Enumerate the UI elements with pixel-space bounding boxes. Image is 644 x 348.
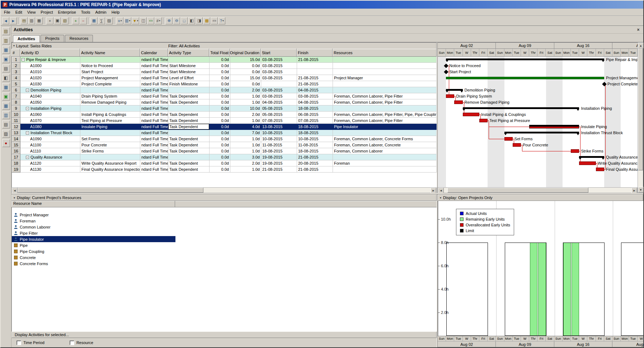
table-hscrollbar[interactable]: ◄ ► [11, 187, 437, 193]
task-bar[interactable] [596, 168, 604, 171]
column-header-activity-id[interactable]: Activity ID [20, 49, 80, 57]
group-row[interactable]: 9−Installation Pipingndard Full Time0.0d… [12, 105, 437, 112]
print-icon[interactable]: ▥ [28, 17, 35, 24]
menu-file[interactable]: File [1, 9, 13, 15]
column-header-activity-name[interactable]: Activity Name [80, 49, 140, 57]
task-bar[interactable] [446, 94, 454, 98]
vertical-split-icon[interactable]: ◨ [196, 17, 203, 24]
group-row[interactable]: 13−Installation Thrust Blockndard Full T… [12, 130, 437, 136]
task-bar[interactable] [571, 149, 579, 153]
zoom-fit-icon[interactable]: □ [180, 17, 188, 24]
gantt-vscrollbar[interactable]: ▲ ▼ [638, 42, 643, 193]
scroll-up-button[interactable]: ▲ [638, 43, 644, 48]
back-icon[interactable]: ◄ [2, 17, 9, 24]
scroll-down-button[interactable]: ▼ [638, 187, 644, 193]
schedule-icon[interactable]: ▦ [90, 17, 98, 24]
group-row[interactable]: 6−Demolition Pipingndard Full Time0.0d2.… [12, 87, 437, 93]
group-row[interactable]: 17−Quality Assurancendard Full Time0.0d3… [12, 154, 437, 160]
menu-help[interactable]: Help [109, 9, 122, 15]
collapse-icon[interactable]: − [26, 131, 29, 135]
expenses-view-icon[interactable]: ▥ [2, 111, 10, 119]
horizontal-split-icon[interactable]: ◧ [188, 17, 195, 24]
scroll-thumb[interactable] [18, 188, 203, 193]
scroll-thumb[interactable] [638, 48, 643, 170]
scroll-right-button[interactable]: ► [631, 188, 637, 193]
print-preview-icon[interactable]: ▦ [36, 17, 43, 24]
activity-row[interactable]: 2A1000Notice to Proceedndard Full TimeSt… [12, 63, 437, 69]
add-activity-icon[interactable]: + [72, 17, 79, 24]
activity-row[interactable]: 18A1120Write Quality Assurance Reportnda… [12, 160, 437, 166]
activity-row[interactable]: 19A1130Final Quality Assurance Inspectio… [12, 166, 437, 173]
column-header-total-float[interactable]: Total Float [209, 49, 230, 57]
collapse-icon[interactable]: − [26, 89, 29, 92]
summary-bar[interactable] [446, 58, 604, 60]
menu-project[interactable]: Project [38, 9, 55, 15]
copy-icon[interactable]: ▣ [54, 17, 61, 24]
resource-row[interactable]: Concrete Forms [12, 260, 175, 267]
help-icon[interactable]: ?▾ [218, 17, 225, 24]
risks-view-icon[interactable]: ● [2, 139, 10, 147]
summary-bar[interactable] [463, 107, 579, 109]
resource-name-column[interactable]: Resource Name [11, 201, 175, 207]
checkbox[interactable] [70, 340, 74, 345]
task-bar[interactable] [479, 119, 488, 122]
resource-row[interactable]: Pipe Fitter [12, 230, 175, 236]
filter-icon[interactable]: ▼▾ [132, 17, 139, 24]
menu-enterprise[interactable]: Enterprise [56, 9, 79, 15]
level-of-effort-bar[interactable] [446, 77, 604, 79]
thresholds-view-icon[interactable]: ▤ [2, 121, 10, 128]
reports-view-icon[interactable]: ▤ [2, 65, 10, 72]
checkbox[interactable] [17, 340, 21, 345]
scroll-right-button[interactable]: ► [431, 188, 436, 193]
issues-view-icon[interactable]: ▨ [2, 130, 10, 138]
task-bar[interactable] [513, 143, 521, 147]
column-header-resources[interactable]: Resources [333, 49, 437, 57]
wbs-view-icon[interactable]: ▦ [2, 83, 10, 91]
summary-bar[interactable] [446, 89, 462, 91]
collapse-icon[interactable]: − [26, 156, 29, 159]
column-header-num[interactable]: # [11, 49, 20, 57]
tab-resources[interactable]: Resources [65, 35, 93, 42]
activity-row[interactable]: 15A1100Pour Concretendard Full TimeTask … [12, 142, 437, 148]
task-bar[interactable] [579, 161, 596, 165]
assignments-view-icon[interactable]: ▦ [2, 102, 10, 110]
activities-view-icon[interactable]: ▣ [2, 93, 10, 100]
activity-row[interactable]: 8A1050Remove Damaged Pipingndard Full Ti… [12, 99, 437, 105]
zoom-in-icon[interactable]: ⊕ [165, 17, 173, 24]
column-header-activity-type[interactable]: Activity Type [168, 49, 209, 57]
activity-row[interactable]: 14A1090Set Formsndard Full TimeTask Depe… [12, 136, 437, 142]
group-sort-icon[interactable]: ≡▾ [116, 17, 123, 24]
projects-view-icon[interactable]: ▦ [2, 46, 10, 54]
spotlight-icon[interactable]: ▩ [203, 17, 210, 24]
scroll-thumb[interactable] [447, 188, 588, 193]
column-header-calendar[interactable]: Calendar [140, 49, 168, 57]
column-header-original-duration[interactable]: Original Duration [230, 49, 261, 57]
timescale-icon[interactable]: ◫ [140, 17, 147, 24]
summarize-icon[interactable]: ∑ [98, 17, 105, 24]
activity-row[interactable]: 3A1010Start Projectndard Full TimeStart … [12, 69, 437, 75]
scroll-left-button[interactable]: ◄ [438, 188, 444, 193]
comment-icon[interactable]: ▭ [211, 17, 218, 24]
activity-row[interactable]: 5A1030Project Completendard Full TimeFin… [12, 81, 437, 87]
paste-icon[interactable]: ▧ [61, 17, 69, 24]
activity-row[interactable]: 11A1070Test Piping at Pressurendard Full… [12, 118, 437, 124]
usage-panel-header[interactable]: ▾ Display: Open Projects Only [438, 194, 643, 201]
store-period-icon[interactable]: ▨ [105, 17, 113, 24]
scroll-track[interactable] [18, 188, 431, 193]
scroll-left-button[interactable]: ◄ [12, 188, 18, 193]
menu-admin[interactable]: Admin [93, 9, 109, 15]
activity-row[interactable]: 4A1020Project Managementndard Full TimeL… [12, 75, 437, 81]
home-icon[interactable]: ▤ [20, 17, 28, 24]
summary-bar[interactable] [504, 132, 579, 133]
activity-row[interactable]: 16A1110Strike Formsndard Full TimeTask D… [12, 148, 437, 154]
tracking-view-icon[interactable]: ◧ [2, 74, 10, 82]
tab-activities[interactable]: Activities [13, 35, 40, 42]
resource-row[interactable]: Foreman [12, 218, 175, 224]
menu-tools[interactable]: Tools [79, 9, 93, 15]
collapse-icon[interactable]: − [26, 107, 29, 110]
column-header-start[interactable]: Start [261, 49, 297, 57]
activity-row[interactable]: 12A1080Insulate Pipingndard Full TimeTas… [12, 124, 437, 130]
resource-row[interactable]: Pipe Insulator [12, 236, 175, 242]
gantt-hscrollbar[interactable]: ◄ ► [438, 187, 638, 193]
bars-icon[interactable]: ▭ [147, 17, 154, 24]
